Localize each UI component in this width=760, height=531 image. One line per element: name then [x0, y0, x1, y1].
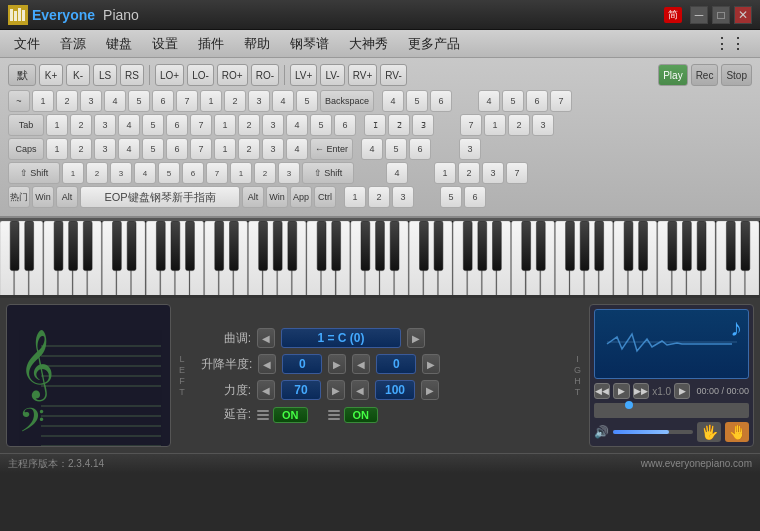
win-left-key[interactable]: Win — [32, 186, 54, 208]
caps-1b[interactable]: 1 — [214, 138, 236, 160]
key-1[interactable]: 1 — [32, 90, 54, 112]
tab-6[interactable]: 6 — [166, 114, 188, 136]
np3-5[interactable]: 5 — [385, 138, 407, 160]
np5-3[interactable]: 3 — [392, 186, 414, 208]
np5-5[interactable]: 5 — [440, 186, 462, 208]
velocity-right-arrow-l[interactable]: ◀ — [351, 380, 369, 400]
menu-keyboard[interactable]: 键盘 — [96, 31, 142, 57]
np3-6[interactable]: 6 — [409, 138, 431, 160]
volume-slider[interactable] — [613, 430, 693, 434]
ro-plus-button[interactable]: RO+ — [217, 64, 248, 86]
shift-3[interactable]: 3 — [110, 162, 132, 184]
np-6b[interactable]: 6 — [526, 90, 548, 112]
menu-more[interactable]: 更多产品 — [398, 31, 470, 57]
tab-3b[interactable]: 3 — [262, 114, 284, 136]
np4-1[interactable]: 1 — [434, 162, 456, 184]
caps-4b[interactable]: 4 — [286, 138, 308, 160]
shift-5[interactable]: 5 — [158, 162, 180, 184]
transpose-right-arrow-r[interactable]: ▶ — [422, 354, 440, 374]
prev-button[interactable]: ◀◀ — [594, 383, 610, 399]
tab-2[interactable]: 2 — [70, 114, 92, 136]
np-4b[interactable]: 4 — [478, 90, 500, 112]
menu-icon-grid[interactable]: ⋮⋮ — [704, 30, 756, 57]
transpose-left-arrow-l[interactable]: ◀ — [258, 354, 276, 374]
key-5b[interactable]: 5 — [296, 90, 318, 112]
caps-7[interactable]: 7 — [190, 138, 212, 160]
caps-2b[interactable]: 2 — [238, 138, 260, 160]
menu-plugins[interactable]: 插件 — [188, 31, 234, 57]
np4-7[interactable]: 7 — [506, 162, 528, 184]
shift-6[interactable]: 6 — [182, 162, 204, 184]
key-arrow-left[interactable]: ◀ — [257, 328, 275, 348]
transpose-right-arrow-l[interactable]: ◀ — [352, 354, 370, 374]
tab-5b[interactable]: 5 — [310, 114, 332, 136]
shift-1[interactable]: 1 — [62, 162, 84, 184]
np-6a[interactable]: 6 — [430, 90, 452, 112]
np-4a[interactable]: 4 — [382, 90, 404, 112]
close-button[interactable]: ✕ — [734, 6, 752, 24]
np-5a[interactable]: 5 — [406, 90, 428, 112]
next-button[interactable]: ▶▶ — [633, 383, 649, 399]
key-4[interactable]: 4 — [104, 90, 126, 112]
caps-3b[interactable]: 3 — [262, 138, 284, 160]
shift-2[interactable]: 2 — [86, 162, 108, 184]
speed-up-button[interactable]: ▶ — [674, 383, 690, 399]
np3-3[interactable]: 3 — [459, 138, 481, 160]
sustain-left-toggle[interactable]: ON — [257, 407, 308, 423]
key-2b[interactable]: 2 — [224, 90, 246, 112]
rshift-key[interactable]: ⇧ Shift — [302, 162, 354, 184]
velocity-left-arrow-l[interactable]: ◀ — [257, 380, 275, 400]
minimize-button[interactable]: ─ — [690, 6, 708, 24]
key-3b[interactable]: 3 — [248, 90, 270, 112]
caps-3[interactable]: 3 — [94, 138, 116, 160]
np4-3[interactable]: 3 — [482, 162, 504, 184]
k-minus-button[interactable]: K- — [66, 64, 90, 86]
transpose-left-arrow-r[interactable]: ▶ — [328, 354, 346, 374]
left-hand-icon[interactable]: 🖐 — [697, 422, 721, 442]
shift-4[interactable]: 4 — [134, 162, 156, 184]
rs-button[interactable]: RS — [120, 64, 144, 86]
velocity-right-arrow-r[interactable]: ▶ — [421, 380, 439, 400]
np2-1u[interactable]: 1̄ — [364, 114, 386, 136]
np2-2[interactable]: 2 — [508, 114, 530, 136]
tab-key[interactable]: Tab — [8, 114, 44, 136]
play-button[interactable]: Play — [658, 64, 687, 86]
np-7a[interactable]: 7 — [550, 90, 572, 112]
ls-button[interactable]: LS — [93, 64, 117, 86]
tab-7[interactable]: 7 — [190, 114, 212, 136]
lv-minus-button[interactable]: LV- — [320, 64, 344, 86]
key-5[interactable]: 5 — [128, 90, 150, 112]
rv-minus-button[interactable]: RV- — [380, 64, 407, 86]
np5-6[interactable]: 6 — [464, 186, 486, 208]
tilde-key[interactable]: ~ — [8, 90, 30, 112]
menu-sound[interactable]: 音源 — [50, 31, 96, 57]
np2-1[interactable]: 1 — [484, 114, 506, 136]
rec-button[interactable]: Rec — [691, 64, 719, 86]
np2-2u[interactable]: 2̄ — [388, 114, 410, 136]
play-track-button[interactable]: ▶ — [613, 383, 629, 399]
tab-4b[interactable]: 4 — [286, 114, 308, 136]
stop-button[interactable]: Stop — [721, 64, 752, 86]
language-badge[interactable]: 简 — [664, 7, 682, 23]
velocity-left-arrow-r[interactable]: ▶ — [327, 380, 345, 400]
space-key[interactable]: EOP键盘钢琴新手指南 — [80, 186, 240, 208]
np2-3u[interactable]: 3̄ — [412, 114, 434, 136]
win-right-key[interactable]: Win — [266, 186, 288, 208]
np5-1[interactable]: 1 — [344, 186, 366, 208]
np4-2[interactable]: 2 — [458, 162, 480, 184]
tab-2b[interactable]: 2 — [238, 114, 260, 136]
maximize-button[interactable]: □ — [712, 6, 730, 24]
menu-help[interactable]: 帮助 — [234, 31, 280, 57]
menu-settings[interactable]: 设置 — [142, 31, 188, 57]
key-3[interactable]: 3 — [80, 90, 102, 112]
caps-1[interactable]: 1 — [46, 138, 68, 160]
caps-5[interactable]: 5 — [142, 138, 164, 160]
key-6[interactable]: 6 — [152, 90, 174, 112]
tab-3[interactable]: 3 — [94, 114, 116, 136]
rv-plus-button[interactable]: RV+ — [348, 64, 378, 86]
np2-3[interactable]: 3 — [532, 114, 554, 136]
k-plus-button[interactable]: K+ — [39, 64, 63, 86]
np-5b[interactable]: 5 — [502, 90, 524, 112]
key-4b[interactable]: 4 — [272, 90, 294, 112]
menu-sheet-music[interactable]: 钢琴谱 — [280, 31, 339, 57]
